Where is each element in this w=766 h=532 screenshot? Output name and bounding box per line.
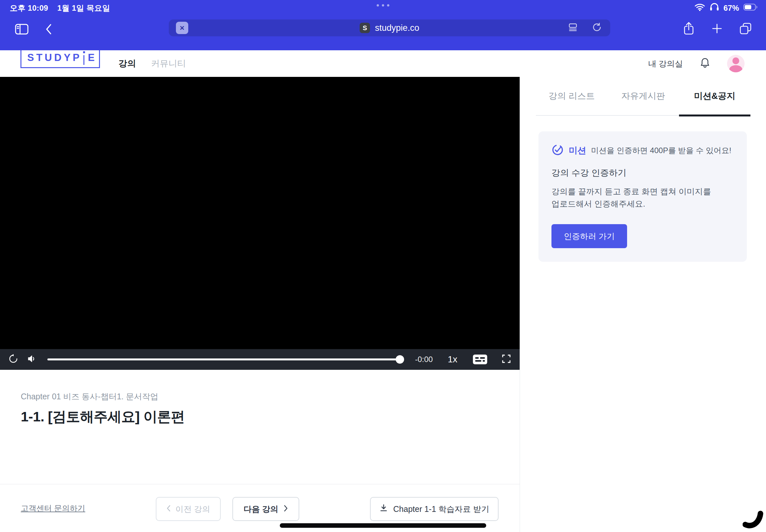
course-sidebar: 강의 리스트 자유게시판 미션&공지 미션 미션을 인증하면 400P를 받을 … <box>520 77 766 532</box>
ipad-safari-screen: 오후 10:09 1월 1일 목요일 67% ✕ S studypie.co <box>0 0 766 532</box>
next-lecture-button[interactable]: 다음 강의 <box>232 497 299 521</box>
chat-widget-swoosh-icon[interactable] <box>743 510 766 531</box>
logo-text-tail: E <box>88 52 95 64</box>
main-content: -0:00 1x Chapter 01 비즈 동사-챕터1. 문서작업 1-1.… <box>0 77 520 532</box>
headphones-icon <box>710 3 719 14</box>
url-display[interactable]: S studypie.co <box>359 23 420 33</box>
my-classroom-link[interactable]: 내 강의실 <box>648 58 683 69</box>
url-host: studypie.co <box>375 23 420 33</box>
time-remaining: -0:00 <box>415 355 433 364</box>
share-button[interactable] <box>683 21 695 37</box>
previous-lecture-button[interactable]: 이전 강의 <box>156 497 221 521</box>
home-indicator[interactable] <box>280 523 486 528</box>
logo-text-main: STUDYP <box>27 52 82 64</box>
download-icon <box>379 504 388 514</box>
mission-headline: 미션을 인증하면 400P를 받을 수 있어요! <box>591 145 731 156</box>
replay-icon[interactable] <box>8 354 18 365</box>
sidebar-toggle-button[interactable] <box>15 24 29 36</box>
mission-card: 미션 미션을 인증하면 400P를 받을 수 있어요! 강의 수강 인증하기 강… <box>539 131 747 262</box>
clock: 오후 10:09 <box>10 3 48 13</box>
next-lecture-label: 다음 강의 <box>244 504 278 514</box>
lesson-info: Chapter 01 비즈 동사-챕터1. 문서작업 1-1. [검토해주세요]… <box>0 370 520 484</box>
status-indicators: 67% <box>694 3 758 14</box>
logo-letter-i <box>82 50 85 67</box>
battery-percent: 67% <box>723 4 739 13</box>
reader-mode-icon[interactable] <box>568 22 578 33</box>
address-bar[interactable]: ✕ S studypie.co <box>169 19 610 36</box>
tab-free-board[interactable]: 자유게시판 <box>607 77 679 115</box>
multitasking-dots-icon[interactable] <box>377 4 390 6</box>
battery-icon <box>743 4 758 13</box>
go-verify-button[interactable]: 인증하러 가기 <box>552 224 627 248</box>
new-tab-button[interactable] <box>711 23 723 35</box>
sidebar-tabs: 강의 리스트 자유게시판 미션&공지 <box>536 77 750 116</box>
status-time-date: 오후 10:09 1월 1일 목요일 <box>10 3 110 13</box>
download-materials-label: Chapter 1-1 학습자료 받기 <box>394 504 490 514</box>
mission-title: 강의 수강 인증하기 <box>552 167 734 179</box>
browser-toolbar: 오후 10:09 1월 1일 목요일 67% ✕ S studypie.co <box>0 0 766 50</box>
download-materials-button[interactable]: Chapter 1-1 학습자료 받기 <box>370 497 499 521</box>
chevron-right-icon <box>284 504 288 514</box>
mission-badge: 미션 <box>569 145 586 156</box>
primary-nav: 강의 커뮤니티 <box>118 50 186 77</box>
reload-button[interactable] <box>592 22 602 33</box>
tab-mission-notice[interactable]: 미션&공지 <box>679 77 750 115</box>
support-center-link[interactable]: 고객센터 문의하기 <box>21 503 85 514</box>
video-player[interactable]: -0:00 1x <box>0 77 520 370</box>
studypie-logo[interactable]: STUDYP E <box>20 50 100 68</box>
wifi-icon <box>694 3 705 13</box>
date: 1월 1일 목요일 <box>57 3 110 13</box>
back-button[interactable] <box>45 23 52 36</box>
tab-lecture-list[interactable]: 강의 리스트 <box>536 77 607 115</box>
lesson-title: 1-1. [검토해주세요] 이론편 <box>21 407 520 426</box>
mission-description: 강의를 끝까지 듣고 종료 화면 캡쳐 이미지를 업로드해서 인증해주세요. <box>552 185 711 210</box>
tab-overview-button[interactable] <box>739 22 752 36</box>
video-controls: -0:00 1x <box>0 349 520 370</box>
playback-speed-button[interactable]: 1x <box>448 354 457 365</box>
chevron-left-icon <box>166 504 171 514</box>
progress-bar[interactable] <box>47 358 400 360</box>
fullscreen-icon[interactable] <box>502 354 511 365</box>
nav-item-community[interactable]: 커뮤니티 <box>151 58 186 69</box>
captions-icon[interactable] <box>473 355 487 364</box>
progress-handle[interactable] <box>396 355 404 364</box>
site-favicon: S <box>359 23 370 33</box>
volume-icon[interactable] <box>27 354 38 365</box>
notifications-bell-icon[interactable] <box>700 57 710 70</box>
extension-icon[interactable]: ✕ <box>176 22 188 34</box>
previous-lecture-label: 이전 강의 <box>176 504 210 514</box>
profile-avatar[interactable] <box>727 55 745 72</box>
check-circle-icon <box>552 144 564 157</box>
site-header: STUDYP E 강의 커뮤니티 내 강의실 <box>0 50 766 77</box>
chapter-label: Chapter 01 비즈 동사-챕터1. 문서작업 <box>21 391 520 402</box>
nav-item-lecture[interactable]: 강의 <box>118 58 136 69</box>
